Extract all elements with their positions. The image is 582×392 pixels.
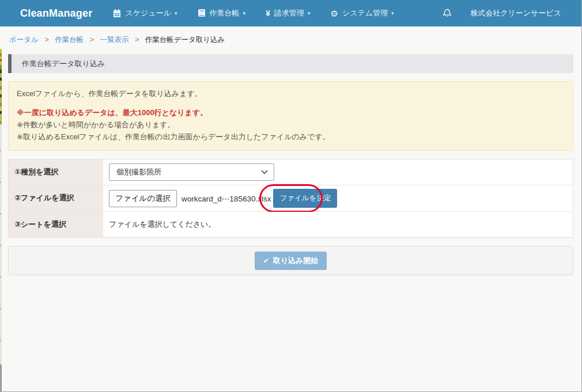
type-label: ①種別を選択: [9, 159, 103, 185]
app-window: CleanManager スケジュール ▾ 作業台帳 ▾ ¥ 請求管理 ▾: [0, 0, 582, 392]
bell-icon[interactable]: [443, 9, 452, 18]
file-value-cell: ファイルの選択 workcard_d⋯185630.xlsx ファイルを決定: [103, 185, 573, 211]
company-name-menu[interactable]: 株式会社クリーンサービス: [470, 8, 561, 18]
page-title: 作業台帳データ取り込み: [8, 54, 573, 73]
breadcrumb-separator: >: [135, 36, 139, 44]
calendar-icon: [113, 9, 121, 17]
sheet-placeholder-message: ファイルを選択してください。: [109, 217, 216, 232]
type-value-cell: 個別撮影箇所: [103, 159, 573, 185]
caret-down-icon: ▾: [308, 10, 311, 16]
menu-label: スケジュール: [125, 8, 171, 18]
sheet-label: ③シートを選択: [9, 212, 103, 237]
caret-down-icon: ▾: [175, 10, 177, 16]
import-start-button[interactable]: ✔ 取り込み開始: [255, 252, 327, 270]
caret-down-icon: ▾: [391, 10, 394, 16]
import-start-label: 取り込み開始: [273, 256, 319, 266]
gears-icon: ⚙: [330, 9, 338, 18]
form-row-file: ②ファイルを選択 ファイルの選択 workcard_d⋯185630.xlsx …: [9, 185, 573, 212]
form-row-sheet: ③シートを選択 ファイルを選択してください。: [9, 212, 573, 237]
chevron-down-icon: [261, 170, 268, 174]
breadcrumb-separator: >: [90, 36, 94, 44]
file-label: ②ファイルを選択: [9, 185, 103, 211]
breadcrumb-link-portal[interactable]: ポータル: [9, 36, 39, 44]
info-warning: ※一度に取り込めるデータは、最大1000行となります。: [17, 106, 565, 119]
type-select-value: 個別撮影箇所: [116, 167, 161, 177]
menu-label: システム管理: [342, 8, 388, 18]
yen-icon: ¥: [266, 9, 270, 18]
file-decide-button[interactable]: ファイルを決定: [273, 189, 337, 208]
page-header: 作業台帳データ取り込み: [8, 54, 573, 73]
info-note-2: ※取り込めるExcelファイルは、作業台帳の出力画面からデータ出力したファイルの…: [17, 131, 565, 143]
caret-down-icon: ▾: [243, 10, 246, 16]
menu-item-system-admin[interactable]: ⚙ システム管理 ▾: [330, 8, 394, 18]
menu-label: 作業台帳: [210, 8, 240, 18]
selected-file-name: workcard_d⋯185630.xlsx: [182, 194, 271, 203]
main-menu: スケジュール ▾ 作業台帳 ▾ ¥ 請求管理 ▾ ⚙ システム管理 ▾: [113, 8, 414, 18]
screen-edge-artifact: [0, 49, 2, 392]
breadcrumb-link-workledger[interactable]: 作業台帳: [55, 36, 84, 44]
breadcrumb-link-list[interactable]: 一覧表示: [100, 36, 129, 44]
header-accent-bar: [8, 54, 12, 73]
menu-label: 請求管理: [274, 8, 304, 18]
menu-item-workledger[interactable]: 作業台帳 ▾: [198, 8, 246, 18]
brand-logo[interactable]: CleanManager: [20, 7, 92, 20]
breadcrumb-current: 作業台帳データ取り込み: [145, 36, 225, 44]
file-choose-button[interactable]: ファイルの選択: [109, 190, 177, 207]
info-box: Excelファイルから、作業台帳データを取り込みます。 ※一度に取り込めるデータ…: [8, 81, 573, 151]
menu-item-schedule[interactable]: スケジュール ▾: [113, 8, 177, 18]
navbar-right: 株式会社クリーンサービス: [443, 8, 581, 18]
form-row-type: ①種別を選択 個別撮影箇所: [9, 159, 573, 185]
action-footer: ✔ 取り込み開始: [8, 246, 573, 275]
menu-item-billing[interactable]: ¥ 請求管理 ▾: [266, 8, 310, 18]
top-navbar: CleanManager スケジュール ▾ 作業台帳 ▾ ¥ 請求管理 ▾: [0, 0, 581, 26]
breadcrumb: ポータル > 作業台帳 > 一覧表示 > 作業台帳データ取り込み: [0, 26, 581, 53]
info-note-1: ※件数が多いと時間がかかる場合があります。: [17, 119, 565, 131]
import-form: ①種別を選択 個別撮影箇所 ②ファイルを選択 ファイルの選択 workcard_…: [8, 159, 573, 238]
info-description: Excelファイルから、作業台帳データを取り込みます。: [17, 89, 565, 99]
sheet-value-cell: ファイルを選択してください。: [103, 212, 573, 237]
breadcrumb-separator: >: [44, 36, 48, 44]
type-select[interactable]: 個別撮影箇所: [109, 163, 274, 181]
book-icon: [198, 9, 206, 17]
check-icon: ✔: [263, 257, 269, 265]
